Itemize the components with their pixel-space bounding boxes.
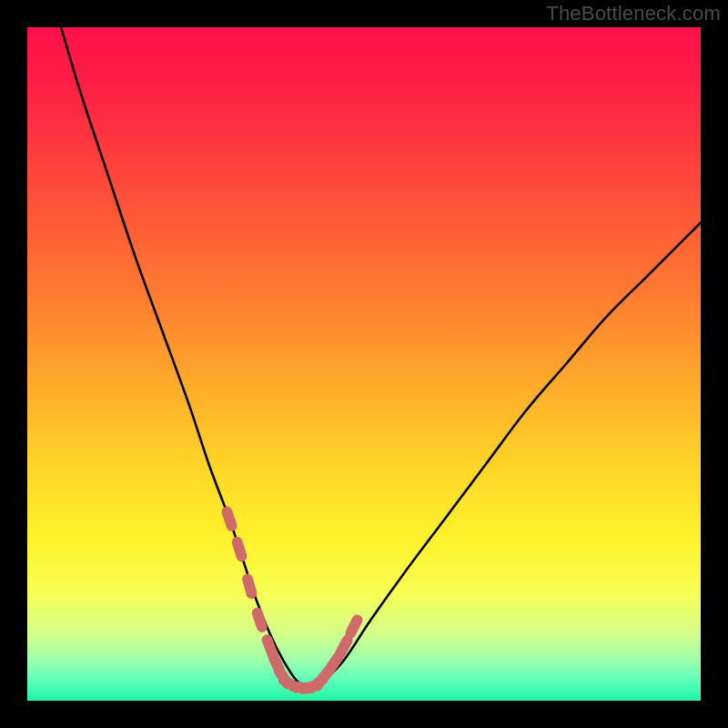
marker-dash [227,512,231,526]
watermark-text: TheBottleneck.com [546,2,721,25]
bottleneck-curve [61,27,701,687]
marker-dash [268,640,273,653]
marker-dash [238,542,242,557]
chart-svg [27,27,701,701]
marker-dash [350,620,357,633]
marker-dash [340,641,348,653]
figure-root: TheBottleneck.com [0,0,728,728]
marker-dash [329,657,338,670]
chart-plot-area [27,27,701,701]
marker-dash [248,579,251,593]
highlight-dots [227,512,357,689]
marker-dash [258,613,262,627]
